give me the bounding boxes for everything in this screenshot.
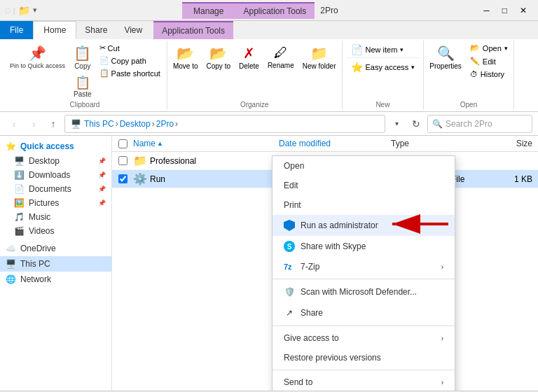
ctx-print[interactable]: Print [273,195,455,215]
tab-view[interactable]: View [116,21,151,39]
delete-button[interactable]: ✗ Delete [236,42,262,73]
context-menu: Open Edit Print Run as administrator S S… [272,155,455,391]
title-bar-quick-access-icons: □ | 📁 ▾ [6,5,37,16]
ctx-edit[interactable]: Edit [273,176,455,195]
paste-button[interactable]: 📋 Paste [69,74,96,99]
tab-file[interactable]: File [0,21,33,39]
forward-button[interactable]: › [25,115,42,132]
manage-tab-title: Manage [182,2,235,19]
easy-access-button[interactable]: ⭐ Easy access ▾ [347,59,420,75]
ctx-share-skype[interactable]: S Share with Skype [273,236,455,257]
new-folder-button[interactable]: 📁 New folder [300,42,339,73]
ribbon-open-group: 🔍 Properties 📂Open▾ ✏️Edit ⏱History Open [424,41,514,110]
address-dropdown-button[interactable]: ▾ [388,115,405,132]
open-button[interactable]: 📂Open▾ [467,42,511,54]
ribbon-clipboard-group: 📌 Pin to Quick access 📋 Copy 📋 Paste ✂Cu… [3,41,167,110]
sidebar-item-desktop[interactable]: 🖥️Desktop📌 [0,154,111,168]
properties-button[interactable]: 🔍 Properties [427,42,464,73]
shield-icon [284,220,295,231]
tab-share[interactable]: Share [76,21,116,39]
back-button[interactable]: ‹ [6,115,22,132]
app-tools-title: Application Tools [235,2,315,19]
sidebar-item-pictures[interactable]: 🖼️Pictures📌 [0,196,111,210]
file-name-1: Run [150,174,279,184]
copy-button[interactable]: 📋 Copy [69,42,96,73]
clipboard-group-label: Clipboard [70,101,100,108]
refresh-button[interactable]: ↻ [408,115,425,132]
new-item-button[interactable]: 📄 New item ▾ [347,42,420,58]
column-type: Type [391,139,482,148]
sidebar-item-downloads[interactable]: ⬇️Downloads📌 [0,168,111,182]
share-icon: ↗ [284,307,295,318]
copy-to-button[interactable]: 📂 Copy to [204,42,233,73]
ctx-restore-versions[interactable]: Restore previous versions [273,348,455,368]
file-size-1: 1 KB [482,174,538,184]
ctx-open[interactable]: Open [273,156,455,176]
window-controls[interactable]: ─ □ ✕ [478,4,532,17]
path-2pro[interactable]: 2Pro [156,119,174,129]
up-button[interactable]: ↑ [45,115,62,132]
window-title: 2Pro [320,6,338,15]
ribbon-organize-group: 📂 Move to 📂 Copy to ✗ Delete 🖊 Rename 📁 … [167,41,343,110]
select-all-checkbox[interactable] [118,139,127,148]
paste-shortcut-button[interactable]: 📋Paste shortcut [97,67,163,79]
sidebar-item-documents[interactable]: 📄Documents📌 [0,182,111,196]
sidebar: ⭐Quick access 🖥️Desktop📌 ⬇️Downloads📌 📄D… [0,136,112,391]
ctx-give-access[interactable]: Give access to › [273,328,455,348]
organize-group-label: Organize [240,101,269,108]
cut-button[interactable]: ✂Cut [97,42,163,54]
defender-icon: 🛡️ [284,286,295,298]
sidebar-item-videos[interactable]: 🎬Videos [0,224,111,238]
file-checkbox-0[interactable] [118,156,127,165]
column-date[interactable]: Date modified [279,139,391,148]
rename-button[interactable]: 🖊 Rename [265,42,297,72]
ctx-share[interactable]: ↗ Share [273,302,455,323]
copy-path-button[interactable]: 📄Copy path [97,55,163,66]
new-group-label: New [375,101,389,108]
ctx-run-as-admin[interactable]: Run as administrator [273,215,455,236]
file-name-0: Professional [150,156,279,166]
skype-icon: S [284,241,295,252]
search-box[interactable]: 🔍 Search 2Pro [427,115,532,133]
ctx-7zip[interactable]: 7z 7-Zip › [273,257,455,276]
path-desktop[interactable]: Desktop [120,119,151,129]
sidebar-item-music[interactable]: 🎵Music [0,210,111,224]
tab-application-tools[interactable]: Application Tools [153,21,233,39]
pin-to-quick-access-button[interactable]: 📌 Pin to Quick access [7,42,68,73]
ctx-scan-defender[interactable]: 🛡️ Scan with Microsoft Defender... [273,281,455,302]
open-group-label: Open [460,101,477,108]
address-path[interactable]: 🖥️ This PC › Desktop › 2Pro › [64,115,385,133]
sidebar-item-quick-access[interactable]: ⭐Quick access [0,139,111,154]
history-button[interactable]: ⏱History [467,69,511,80]
sidebar-item-network[interactable]: 🌐Network [0,272,111,287]
main-content: Name▲ Date modified Type Size 📁 Professi… [112,136,538,391]
path-this-pc[interactable]: This PC [84,119,114,129]
edit-button[interactable]: ✏️Edit [467,55,511,67]
file-checkbox-1[interactable] [118,174,127,183]
sidebar-item-onedrive[interactable]: ☁️OneDrive [0,241,111,256]
zip-icon: 7z [284,262,295,271]
sidebar-item-this-pc[interactable]: 🖥️This PC [0,256,111,272]
ctx-send-to[interactable]: Send to › [273,372,455,391]
column-size: Size [482,139,538,148]
tab-home[interactable]: Home [33,21,76,39]
ribbon-new-group: 📄 New item ▾ ⭐ Easy access ▾ New [343,41,425,110]
move-to-button[interactable]: 📂 Move to [170,42,201,73]
column-name[interactable]: Name▲ [133,139,279,148]
